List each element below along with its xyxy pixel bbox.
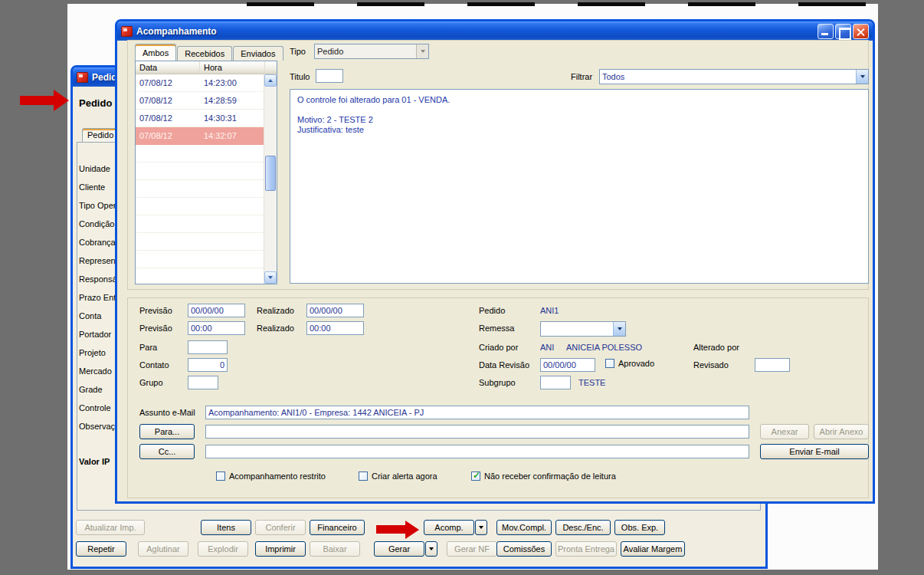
filtrar-combobox[interactable]: Todos [599,69,869,84]
acomp-window-title: Acompanhamento [136,26,217,37]
gerar-dropdown-button[interactable] [425,541,437,557]
alerta-checkbox[interactable]: Criar alerta agora [359,472,437,481]
pedido-field-label: Unidade [79,164,119,173]
assunto-input[interactable] [205,406,749,419]
toolbar-button-desc-enc[interactable]: Desc./Enc. [555,520,611,535]
enviar-email-button[interactable]: Enviar E-mail [760,444,869,459]
dropdown-arrow-icon[interactable] [856,70,868,84]
aprovado-checkbox[interactable]: Aprovado [605,359,654,368]
toolbar-button-obs-exp[interactable]: Obs. Exp. [614,520,665,535]
tab-enviados[interactable]: Enviados [233,46,283,61]
column-header-hora[interactable]: Hora [200,61,265,74]
previsao-data-label: Previsão [139,306,172,315]
top-border-dash [688,2,755,6]
data-revisao-input[interactable] [540,358,595,372]
criado-por-label: Criado por [479,343,518,352]
assunto-label: Assunto e-Mail [139,408,195,417]
pedido-value: ANI1 [540,306,559,315]
previsao-hora-label: Previsão [139,324,172,333]
leitura-checkbox[interactable]: Não receber confirmação de leitura [471,472,616,481]
toolbar-button-imprimir[interactable]: Imprimir [255,541,306,557]
tipo-combobox[interactable]: Pedido [314,44,429,59]
criado-por-name: ANICEIA POLESSO [566,343,642,352]
restrito-checkbox-label: Acompanhamento restrito [229,472,326,481]
grupo-input[interactable] [188,376,218,389]
dropdown-arrow-icon[interactable] [416,44,428,58]
maximize-button[interactable] [835,24,851,39]
chevron-down-icon [429,547,434,550]
pedido-label: Pedido [479,306,505,315]
aprovado-checkbox-label: Aprovado [618,359,654,368]
dropdown-arrow-icon[interactable] [613,322,625,336]
toolbar-button-comissoes[interactable]: Comissões [496,541,552,557]
list-row-empty[interactable] [136,233,264,251]
toolbar-button-pronta-entrega[interactable]: Pronta Entrega [555,541,617,557]
acomp-dropdown-button[interactable] [475,520,487,535]
list-row-empty[interactable] [136,163,264,180]
scroll-down-icon[interactable] [264,271,277,284]
subgrupo-input[interactable] [540,376,571,389]
toolbar-button-itens[interactable]: Itens [201,520,251,535]
list-header[interactable]: Data Hora [136,61,277,74]
pedido-field-label: Projeto [79,348,119,357]
toolbar-button-conferir[interactable]: Conferir [255,520,306,535]
toolbar-button-explodir[interactable]: Explodir [198,541,248,557]
toolbar-button-gerar-nf[interactable]: Gerar NF [447,541,497,557]
list-row-selected[interactable]: 07/08/1214:32:07 [136,127,264,145]
toolbar-button-avaliar-margem[interactable]: Avaliar Margem [621,541,685,557]
revisado-input[interactable] [755,358,790,372]
list-row-empty[interactable] [136,215,264,233]
list-row[interactable]: 07/08/1214:23:00 [136,74,264,92]
acomp-titlebar[interactable]: Acompanhamento [117,21,873,41]
tab-ambos[interactable]: Ambos [135,44,176,61]
abrir-anexo-button[interactable]: Abrir Anexo [814,424,869,439]
list-row[interactable]: 07/08/1214:28:59 [136,92,264,110]
column-header-data[interactable]: Data [136,61,200,74]
titulo-input[interactable] [316,69,343,83]
close-button[interactable] [853,24,869,39]
minimize-button[interactable] [818,24,834,39]
toolbar-button-baixar[interactable]: Baixar [310,541,360,557]
tab-recebidos[interactable]: Recebidos [177,46,232,61]
list-row[interactable]: 07/08/1214:30:31 [136,110,264,127]
list-row-empty[interactable] [136,251,264,268]
list-row-empty[interactable] [136,145,264,163]
realizado-hora-input[interactable] [306,321,364,335]
restrito-checkbox[interactable]: Acompanhamento restrito [216,472,326,481]
history-list[interactable]: Data Hora 07/08/1214:23:00 07/08/1214:28… [135,61,277,284]
pedido-tab[interactable]: Pedido [82,128,117,143]
para-input[interactable] [188,340,228,354]
pedido-app-icon [77,72,88,83]
toolbar-button-mov-compl[interactable]: Mov.Compl. [496,520,552,535]
email-para-input[interactable] [205,425,749,439]
toolbar-button-acomp[interactable]: Acomp. [424,520,474,535]
cc-button[interactable]: Cc... [139,444,195,459]
scroll-up-icon[interactable] [264,74,277,87]
list-scrollbar[interactable] [264,74,277,284]
pedido-field-label: Represen [79,256,119,265]
toolbar-button-repetir[interactable]: Repetir [76,541,126,557]
realizado-data-input[interactable] [306,304,364,317]
previsao-data-input[interactable] [188,304,245,317]
data-revisao-label: Data Revisão [479,360,529,370]
remessa-combobox[interactable] [540,321,626,337]
toolbar-button-financeiro[interactable]: Financeiro [310,520,365,535]
list-row-empty[interactable] [136,268,264,284]
previsao-hora-input[interactable] [188,321,245,335]
history-tabs: Ambos Recebidos Enviados [135,44,284,61]
contato-input[interactable] [188,358,228,372]
pedido-field-label: Portador [79,330,119,339]
toolbar-button-atualizar-imp[interactable]: Atualizar Imp. [76,520,145,535]
message-textarea[interactable]: O controle foi alterado para 01 - VENDA.… [290,89,869,284]
message-line: O controle foi alterado para 01 - VENDA. [297,95,861,105]
criado-por-code: ANI [540,343,554,352]
toolbar-button-gerar[interactable]: Gerar [374,541,424,557]
para-button[interactable]: Para... [139,424,195,439]
list-row-empty[interactable] [136,198,264,215]
scrollbar-thumb[interactable] [265,156,276,191]
toolbar-button-aglutinar[interactable]: Aglutinar [138,541,188,557]
email-cc-input[interactable] [205,445,749,458]
anexar-button[interactable]: Anexar [760,424,809,439]
red-arrow-pedido-annotation [20,90,69,111]
list-row-empty[interactable] [136,180,264,198]
